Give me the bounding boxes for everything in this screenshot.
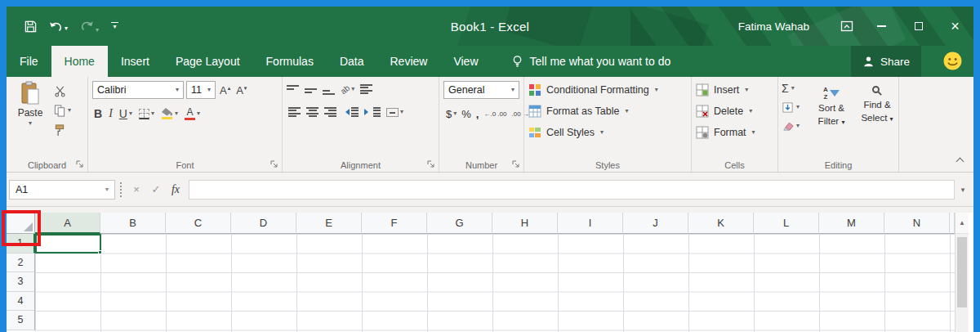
font-size-select[interactable]: 11 ▾ [186, 81, 216, 99]
insert-function-button[interactable]: fx [166, 180, 185, 200]
increase-indent-button[interactable] [364, 104, 381, 120]
row-header-1[interactable]: 1 [7, 234, 35, 253]
format-painter-button[interactable] [54, 123, 65, 137]
find-select-button[interactable]: Find & Select ▾ [855, 80, 899, 124]
underline-button[interactable]: U ▾ [119, 105, 132, 122]
clipboard-dialog-launcher[interactable] [75, 159, 85, 169]
column-header-k[interactable]: K [688, 213, 754, 234]
column-header-c[interactable]: C [166, 213, 231, 234]
tab-data[interactable]: Data [327, 46, 377, 77]
align-right-button[interactable] [324, 104, 336, 120]
format-as-table-button[interactable]: Format as Table ▾ [524, 101, 691, 122]
middle-align-button[interactable] [305, 81, 317, 97]
alignment-dialog-launcher[interactable] [426, 159, 436, 169]
enter-button[interactable]: ✓ [146, 180, 166, 200]
undo-dropdown-caret[interactable]: ▾ [65, 25, 68, 32]
number-dialog-launcher[interactable] [511, 159, 521, 169]
maximize-button[interactable] [900, 7, 937, 46]
font-dialog-launcher[interactable] [270, 159, 279, 169]
decrease-indent-button[interactable] [342, 104, 359, 120]
wrap-text-button[interactable] [360, 81, 372, 97]
insert-cells-button[interactable]: Insert ▾ [692, 79, 777, 101]
delete-cells-button[interactable]: Delete ▾ [692, 101, 777, 122]
redo-button[interactable]: ▾ [80, 20, 99, 34]
column-header-d[interactable]: D [231, 213, 296, 234]
redo-dropdown-caret[interactable]: ▾ [96, 27, 99, 34]
column-header-l[interactable]: L [754, 213, 819, 234]
tell-me-box[interactable]: Tell me what you want to do [511, 46, 671, 77]
cells-group-label: Cells [692, 160, 777, 170]
align-center-button[interactable] [306, 104, 318, 120]
tab-insert[interactable]: Insert [108, 46, 163, 77]
cells-area[interactable] [35, 234, 955, 332]
minimize-button[interactable] [863, 7, 900, 46]
comma-style-button[interactable]: , [476, 105, 479, 122]
number-format-select[interactable]: General ▾ [443, 81, 519, 99]
merge-center-button[interactable]: ▾ [386, 104, 403, 120]
row-header-5[interactable]: 5 [7, 311, 35, 330]
feedback-smiley-button[interactable] [942, 51, 963, 74]
increase-font-size-button[interactable]: A▴ [218, 84, 232, 96]
column-header-h[interactable]: H [492, 213, 558, 234]
fill-button[interactable]: ▾ [782, 100, 800, 114]
font-name-select[interactable]: Calibri ▾ [92, 81, 184, 99]
tab-formulas[interactable]: Formulas [253, 46, 327, 77]
undo-button[interactable]: ▾ [49, 20, 68, 32]
fill-color-button[interactable]: ▾ [161, 105, 178, 122]
cut-button[interactable] [54, 84, 66, 97]
collapse-ribbon-button[interactable] [954, 155, 965, 165]
format-cells-button[interactable]: Format ▾ [692, 122, 777, 143]
tab-home[interactable]: Home [51, 46, 108, 77]
expand-formula-bar-button[interactable]: ▾ [955, 186, 971, 194]
close-button[interactable]: × [937, 7, 973, 46]
autosum-button[interactable]: Σ ▾ [782, 81, 800, 96]
decrease-font-size-button[interactable]: A▾ [234, 84, 248, 96]
row-header-3[interactable]: 3 [7, 272, 35, 292]
sort-filter-button[interactable]: A Z Sort & Filter ▾ [809, 80, 853, 128]
font-color-button[interactable]: A ▾ [185, 105, 200, 122]
borders-button[interactable]: ▾ [139, 105, 154, 122]
column-header-f[interactable]: F [362, 213, 427, 234]
clear-button[interactable]: ▾ [782, 119, 800, 133]
customize-quick-access-button[interactable]: ▾ [111, 22, 118, 31]
tab-review[interactable]: Review [377, 46, 441, 77]
conditional-formatting-button[interactable]: Conditional Formatting ▾ [524, 79, 691, 101]
accounting-format-button[interactable]: $ ▾ [446, 105, 457, 122]
increase-decimal-button[interactable]: ←.0 .00 [483, 105, 506, 122]
cancel-button[interactable]: × [127, 180, 146, 200]
tab-page-layout[interactable]: Page Layout [163, 46, 253, 77]
save-button[interactable] [24, 20, 37, 33]
bold-button[interactable]: B [94, 105, 102, 122]
column-header-g[interactable]: G [427, 213, 492, 234]
scrollbar-thumb[interactable] [957, 237, 967, 307]
cell-styles-button[interactable]: Cell Styles ▾ [524, 122, 691, 143]
name-box[interactable]: A1 ▾ [9, 180, 115, 200]
column-header-i[interactable]: I [558, 213, 623, 234]
ribbon-display-options-button[interactable] [831, 7, 863, 46]
row-header-4[interactable]: 4 [7, 292, 35, 312]
top-align-button[interactable] [287, 81, 299, 97]
vertical-scrollbar[interactable]: ▲ [955, 213, 969, 332]
column-header-j[interactable]: J [623, 213, 688, 234]
orientation-button[interactable]: ab ▾ [341, 81, 354, 97]
percent-style-button[interactable]: % [461, 105, 471, 122]
tab-view[interactable]: View [440, 46, 491, 77]
paste-button[interactable]: Paste ▾ [11, 81, 50, 141]
tab-file[interactable]: File [7, 46, 51, 77]
signed-in-user[interactable]: Fatima Wahab [738, 20, 809, 33]
align-left-button[interactable] [288, 104, 301, 120]
column-header-m[interactable]: M [819, 213, 884, 234]
formula-input[interactable] [189, 180, 955, 200]
bottom-align-button[interactable] [323, 81, 335, 97]
select-all-button[interactable] [7, 213, 35, 234]
copy-button[interactable]: ▾ [54, 104, 71, 117]
column-header-b[interactable]: B [100, 213, 166, 234]
italic-button[interactable]: I [109, 105, 113, 122]
column-header-n[interactable]: N [884, 213, 950, 234]
row-header-2[interactable]: 2 [7, 253, 35, 273]
name-box-caret[interactable]: ▾ [105, 186, 109, 193]
share-button[interactable]: Share [851, 46, 921, 77]
column-header-e[interactable]: E [296, 213, 362, 234]
column-header-a[interactable]: A [35, 213, 100, 234]
scroll-up-button[interactable]: ▲ [956, 213, 969, 234]
